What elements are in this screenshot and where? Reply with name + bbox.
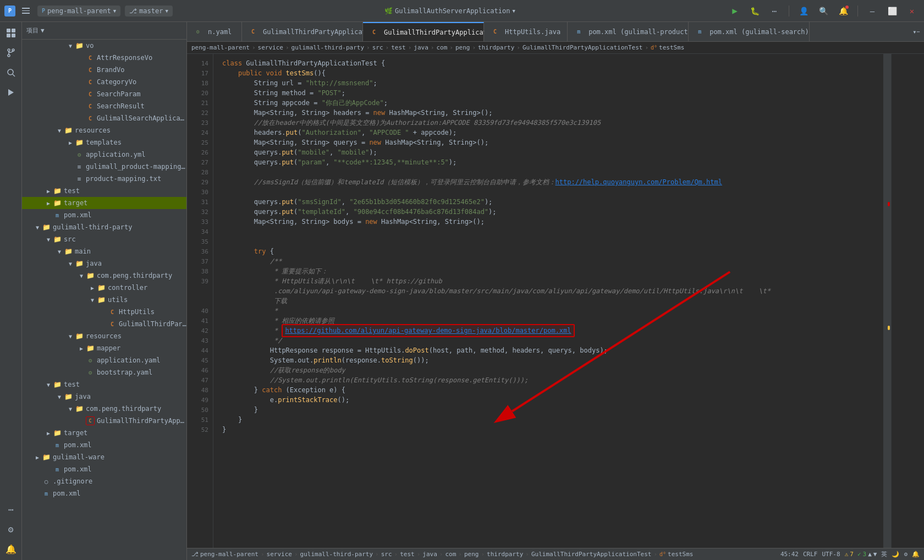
status-java-item[interactable]: java [422, 551, 437, 558]
breadcrumb-java[interactable]: java [414, 44, 428, 51]
line-52: 52 [187, 425, 213, 435]
breadcrumb-src[interactable]: src [372, 44, 383, 51]
tab-overflow-button[interactable]: ▾ ⋯ [909, 22, 924, 41]
profile-button[interactable]: 👤 [796, 3, 811, 19]
sidebar-item-GulimallSearchApplication[interactable]: C GulimallSearchApplication [22, 112, 186, 124]
activity-notifications-icon[interactable]: 🔔 [2, 540, 20, 558]
SearchResult-label: SearchResult [97, 102, 145, 110]
sidebar-item-resources-tp[interactable]: ▼ 📁 resources [22, 330, 186, 342]
breadcrumb-test[interactable]: test [391, 44, 406, 51]
line-50: 50 [187, 405, 213, 415]
sidebar-item-mapper-tp[interactable]: ▶ 📁 mapper [22, 342, 186, 354]
sidebar-item-AttrResponseVo[interactable]: C AttrResponseVo [22, 52, 186, 64]
tab-GulimallThirdPartyApplicationTest[interactable]: C GulimallThirdPartyApplicationTest.java… [363, 22, 484, 41]
activity-vcs-icon[interactable] [2, 44, 20, 62]
sidebar-item-controller-tp[interactable]: ▶ 📁 controller [22, 282, 186, 294]
sidebar-item-SearchResult[interactable]: C SearchResult [22, 100, 186, 112]
status-location[interactable]: 45:42 [780, 551, 799, 558]
sidebar-item-application-yml[interactable]: ⚙ application.yml [22, 149, 186, 161]
status-method-item[interactable]: d° testSms [659, 551, 693, 558]
app-name-display[interactable]: 🌿 GulimallAuthServerApplication ▼ [384, 7, 515, 15]
activity-settings-icon[interactable]: ⚙ [2, 520, 20, 538]
sidebar-item-utils-tp[interactable]: ▼ 📁 utils [22, 294, 186, 306]
sidebar-item-GulimallThirdPartyApplication[interactable]: C GulimallThirdPartyApplication [22, 318, 186, 330]
sidebar-item-gitignore[interactable]: ○ .gitignore [22, 475, 186, 487]
sidebar-item-product-mapping[interactable]: ≡ product-mapping.txt [22, 173, 186, 185]
sidebar-item-src-tp[interactable]: ▼ 📁 src [22, 233, 186, 245]
close-button[interactable]: ✕ [904, 3, 920, 19]
notifications-button[interactable]: 🔔 [835, 3, 851, 19]
sidebar-item-application-yaml-tp[interactable]: ⚙ application.yaml [22, 354, 186, 366]
minimize-button[interactable]: — [865, 3, 880, 19]
breadcrumb-com[interactable]: com [436, 44, 447, 51]
status-peng-item[interactable]: peng [464, 551, 479, 558]
sidebar-item-gulimall-ware[interactable]: ▶ 📁 gulimall-ware [22, 451, 186, 463]
sidebar-item-GulimallThirdPartyApplicationTest[interactable]: C GulimallThirdPartyApplicationTe [22, 415, 186, 427]
sidebar-item-target-tp[interactable]: ▶ 📁 target [22, 427, 186, 439]
sidebar-item-target-search[interactable]: ▶ 📁 target [22, 197, 186, 209]
sidebar-item-java-test[interactable]: ▼ 📁 java [22, 391, 186, 403]
status-warnings[interactable]: ⚠ 7 ✓ 3 ▲ ▼ [845, 551, 877, 558]
sidebar-item-pom-root[interactable]: m pom.xml [22, 487, 186, 499]
sidebar-item-SearchParam[interactable]: C SearchParam [22, 88, 186, 100]
sidebar-item-com-peng-thirdparty-test[interactable]: ▼ 📁 com.peng.thirdparty [22, 403, 186, 415]
status-test-item[interactable]: test [400, 551, 415, 558]
status-module-item[interactable]: gulimall-third-party [300, 551, 373, 558]
sidebar-item-pom-search[interactable]: m pom.xml [22, 209, 186, 221]
tab-yaml[interactable]: ⚙ n.yaml [187, 22, 242, 41]
activity-project-icon[interactable] [2, 24, 20, 42]
breadcrumb-thirdparty[interactable]: thirdparty [478, 44, 514, 51]
activity-run-icon[interactable] [2, 84, 20, 101]
tab-pom-product[interactable]: m pom.xml (gulimall-product) [568, 22, 689, 41]
status-notifications-icon[interactable]: 🔔 [912, 551, 920, 558]
sidebar-item-com-peng-thirdparty[interactable]: ▼ 📁 com.peng.thirdparty [22, 270, 186, 282]
breadcrumb-class-file[interactable]: GulimallThirdPartyApplicationTest [522, 44, 643, 51]
project-selector[interactable]: P peng-mall-parent ▼ [37, 6, 120, 17]
sidebar-item-pom-tp[interactable]: m pom.xml [22, 439, 186, 451]
sidebar-item-templates[interactable]: ▶ 📁 templates [22, 136, 186, 149]
sidebar-item-BrandVo[interactable]: C BrandVo [22, 64, 186, 76]
sidebar-item-main-tp[interactable]: ▼ 📁 main [22, 245, 186, 257]
sidebar-item-CategoryVo[interactable]: C CategoryVo [22, 76, 186, 88]
breadcrumb-method[interactable]: d° testSms [651, 44, 684, 51]
status-moon-icon[interactable]: 🌙 [892, 551, 899, 558]
branch-selector[interactable]: ⎇ master ▼ [125, 6, 173, 17]
status-charset[interactable]: UTF-8 [822, 551, 840, 558]
sidebar-item-gulimall-product-mapping[interactable]: ≡ gulimall_product-mapping.txt [22, 161, 186, 173]
tab-GulimallThirdPartyApplication[interactable]: C GulimallThirdPartyApplication.java [242, 22, 363, 41]
run-button[interactable]: ▶ [727, 3, 743, 19]
status-branch-item[interactable]: ⎇ peng-mall-parent [191, 551, 258, 558]
sidebar-item-gulimall-third-party[interactable]: ▼ 📁 gulimall-third-party [22, 221, 186, 233]
breadcrumb-peng-mall-parent[interactable]: peng-mall-parent [191, 44, 250, 51]
sidebar-item-test-tp[interactable]: ▼ 📁 test [22, 378, 186, 391]
status-com-item[interactable]: com [445, 551, 456, 558]
hamburger-menu[interactable] [20, 4, 33, 18]
sidebar-item-bootstrap-yaml[interactable]: ⚙ bootstrap.yaml [22, 366, 186, 378]
breadcrumb-peng[interactable]: peng [455, 44, 470, 51]
activity-find-icon[interactable] [2, 64, 20, 81]
sidebar-item-pom-ware[interactable]: m pom.xml [22, 463, 186, 475]
sidebar-item-resources[interactable]: ▼ 📁 resources [22, 124, 186, 136]
status-settings-icon[interactable]: ⚙ [904, 551, 908, 558]
sidebar-item-vo[interactable]: ▼ 📁 vo [22, 40, 186, 52]
sidebar-item-HttpUtils[interactable]: C HttpUtils [22, 306, 186, 318]
maximize-button[interactable]: ⬜ [884, 3, 900, 19]
search-button[interactable]: 🔍 [816, 3, 831, 19]
tab-HttpUtils[interactable]: C HttpUtils.java [484, 22, 568, 41]
status-lang[interactable]: 英 [881, 550, 887, 558]
more-actions-button[interactable]: ⋯ [767, 3, 782, 19]
tab-pom-search[interactable]: m pom.xml (gulimall-search) [689, 22, 810, 41]
status-service-item[interactable]: service [267, 551, 292, 558]
breadcrumb-gulimall-third-party[interactable]: gulimall-third-party [292, 44, 364, 51]
debug-button[interactable]: 🐛 [747, 3, 762, 19]
status-crlf[interactable]: CRLF [803, 551, 818, 558]
sidebar-dropdown-icon[interactable]: ▼ [41, 27, 45, 34]
activity-more-icon[interactable]: ⋯ [2, 501, 20, 518]
status-src-item[interactable]: src [381, 551, 392, 558]
breadcrumb-service[interactable]: service [258, 44, 283, 51]
status-classname-item[interactable]: GulimallThirdPartyApplicationTest [531, 551, 652, 558]
sidebar-item-test-search[interactable]: ▶ 📁 test [22, 185, 186, 197]
sidebar-item-java-tp[interactable]: ▼ 📁 java [22, 257, 186, 270]
status-thirdparty-item[interactable]: thirdparty [487, 551, 523, 558]
code-editor[interactable]: class GulimallThirdPartyApplicationTest … [213, 54, 883, 548]
